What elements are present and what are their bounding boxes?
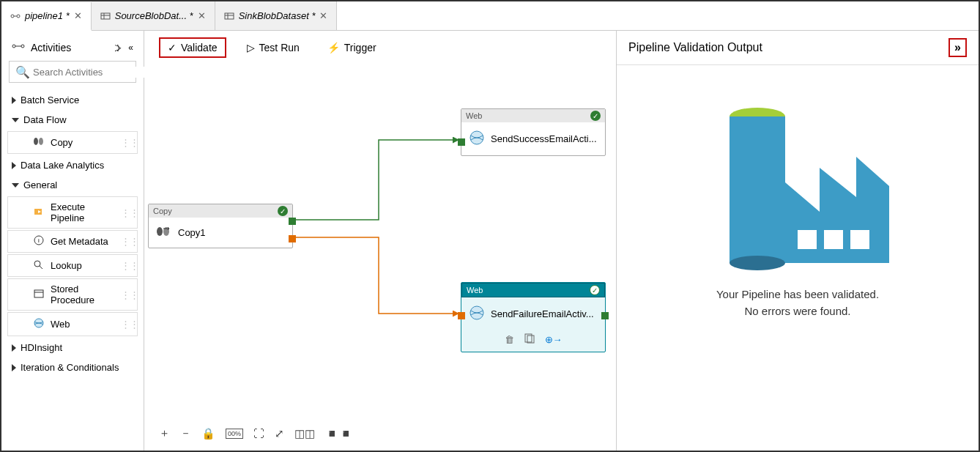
search-activities[interactable]: 🔍 [9,61,136,83]
svg-text:i: i [38,237,40,244]
activity-label: Get Metadata [51,236,115,247]
tab-label: SourceBlobDat... * [115,10,193,21]
web-icon [469,130,485,148]
layout-icon[interactable]: ◫◫ [294,427,315,440]
canvas-area: ✓ Validate ▷ Test Run ⚡ Trigger [144,31,616,451]
activity-item-stored-procedure[interactable]: Stored Procedure⋮⋮ [7,278,138,311]
trigger-label: Trigger [344,42,376,53]
tab-source-blob[interactable]: SourceBlobDat... * ✕ [92,1,215,30]
zoom-in-icon[interactable]: ＋ [159,426,170,440]
node-send-failure-email[interactable]: Web ✓ SendFailureEmailActiv... 🗑 ⊕→ [461,282,606,352]
trigger-button[interactable]: ⚡ Trigger [320,39,384,56]
drag-grip-icon[interactable]: ⋮⋮ [121,207,127,218]
exec-icon [33,207,45,219]
tab-pipeline1[interactable]: pipeline1 * ✕ [1,2,92,31]
sidebar-section-general[interactable]: General [1,175,144,195]
sp-icon [33,289,45,301]
chevron-right-icon [12,364,16,371]
check-icon: ✓ [168,42,177,53]
svg-point-12 [34,138,38,145]
node-name: Copy1 [178,227,206,238]
sidebar-section-data-lake-analytics[interactable]: Data Lake Analytics [1,155,144,175]
failure-port[interactable] [289,235,296,242]
dataset-icon [224,11,234,21]
activity-label: Execute Pipeline [51,201,115,223]
activity-label: Web [51,319,115,330]
collapse-icon[interactable]: « [128,42,133,53]
sidebar-section-hdinsight[interactable]: HDInsight [1,338,144,357]
input-port[interactable] [458,138,465,146]
tab-sink-blob[interactable]: SinkBlobDataset * ✕ [215,1,338,30]
status-valid-icon: ✓ [278,206,288,216]
activity-label: Stored Procedure [51,284,115,305]
node-send-success-email[interactable]: Web ✓ SendSuccessEmailActi... [461,108,606,156]
activity-item-copy[interactable]: Copy⋮⋮ [7,131,138,154]
close-icon[interactable]: ✕ [198,10,206,21]
chevron-down-icon [12,183,19,188]
factory-icon [702,87,893,273]
node-type-label: Web [467,286,483,294]
drag-grip-icon[interactable]: ⋮⋮ [121,236,127,247]
node-type-label: Web [466,111,482,120]
section-label: Batch Service [21,95,79,105]
sidebar-section-batch-service[interactable]: Batch Service [1,90,144,110]
lock-icon[interactable]: 🔒 [201,427,215,440]
play-icon: ▷ [247,42,255,53]
pipeline-canvas[interactable]: Copy ✓ Copy1 Web ✓ SendSuccessEmai [144,64,616,451]
drag-grip-icon[interactable]: ⋮⋮ [121,289,127,300]
close-icon[interactable]: ✕ [319,10,327,21]
svg-point-10 [21,45,24,48]
status-valid-icon: ✓ [590,111,601,121]
sidebar-section-iteration-conditionals[interactable]: Iteration & Conditionals [1,357,144,377]
section-label: HDInsight [21,342,62,353]
fit-icon[interactable]: ⛶ [253,427,264,440]
activity-item-lookup[interactable]: Lookup⋮⋮ [7,254,138,277]
svg-point-1 [17,15,20,18]
svg-rect-20 [34,290,43,297]
activity-item-execute-pipeline[interactable]: Execute Pipeline⋮⋮ [7,196,138,229]
node-copy1[interactable]: Copy ✓ Copy1 [148,204,293,248]
add-output-icon[interactable]: ⊕→ [545,334,563,345]
svg-line-19 [40,266,42,269]
copy-icon [33,136,45,149]
web-icon [469,305,485,323]
dataset-icon [100,11,111,21]
activity-item-web[interactable]: Web⋮⋮ [7,312,138,336]
canvas-zoom-toolbar: ＋ － 🔒 00% ⛶ ⤢ ◫◫ ◾◾ [159,426,353,440]
drag-grip-icon[interactable]: ⋮⋮ [121,319,127,330]
validation-msg-1: Your Pipeline has been validated. [716,286,879,303]
activities-icon [12,41,25,53]
web-icon [33,317,45,331]
section-label: General [23,179,57,190]
clone-icon[interactable] [524,333,535,346]
svg-rect-3 [101,13,110,19]
drag-grip-icon[interactable]: ⋮⋮ [121,260,127,271]
zoom-out-icon[interactable]: － [180,426,191,440]
test-run-button[interactable]: ▷ Test Run [240,39,307,56]
close-icon[interactable]: ✕ [74,10,82,21]
fullscreen-icon[interactable]: ⤢ [275,427,284,440]
search-input[interactable] [33,67,156,78]
validate-label: Validate [181,42,218,53]
node-name: SendFailureEmailActiv... [491,308,594,319]
node-type-label: Copy [153,207,172,215]
section-label: Data Lake Analytics [21,160,104,171]
sidebar-section-data-flow[interactable]: Data Flow [1,110,144,130]
expand-all-icon[interactable]: ⦔ [114,42,122,53]
autolayout-icon[interactable]: ◾◾ [325,427,353,440]
activity-item-get-metadata[interactable]: iGet Metadata⋮⋮ [7,230,138,253]
tab-bar: pipeline1 * ✕ SourceBlobDat... * ✕ SinkB… [1,1,979,31]
collapse-panel-button[interactable]: » [949,38,967,57]
tab-label: pipeline1 * [25,10,70,21]
validation-msg-2: No errors were found. [716,303,879,320]
validation-panel: Pipeline Validation Output » Your Pipeli… [616,31,979,451]
output-port[interactable] [601,312,609,319]
zoom-reset-icon[interactable]: 00% [226,429,243,439]
validate-button[interactable]: ✓ Validate [159,37,226,58]
svg-point-18 [34,261,40,267]
activities-title: Activities [31,42,71,53]
delete-icon[interactable]: 🗑 [505,334,514,345]
input-port[interactable] [458,312,465,319]
drag-grip-icon[interactable]: ⋮⋮ [121,137,127,148]
success-port[interactable] [289,218,296,225]
